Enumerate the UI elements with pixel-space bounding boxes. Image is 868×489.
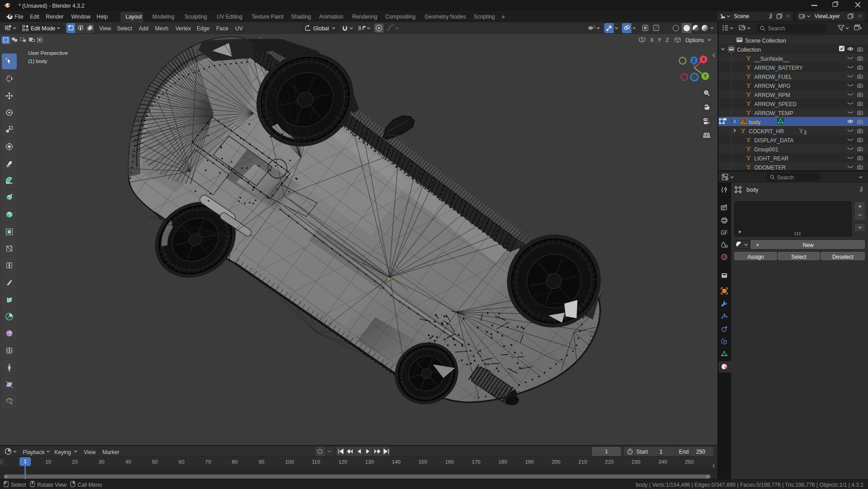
svg-text:Z: Z [693, 58, 695, 63]
svg-text:X: X [702, 57, 705, 62]
svg-text:Y: Y [704, 74, 707, 79]
